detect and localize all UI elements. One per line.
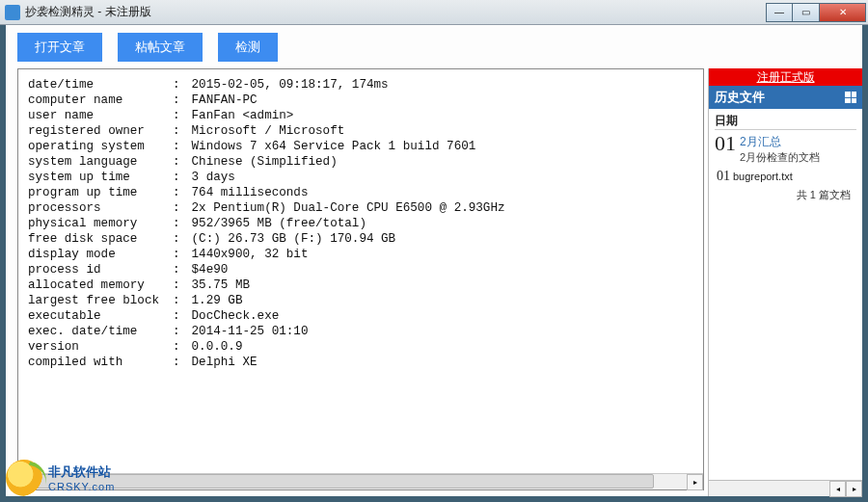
log-line: exec. date/time: 2014-11-25 01:10 [28,324,693,339]
log-line: processors: 2x Pentium(R) Dual-Core CPU … [28,200,693,216]
scroll-left-button[interactable]: ◂ [829,481,846,497]
client-area: 打开文章 粘帖文章 检测 date/time: 2015-02-05, 09:1… [0,25,868,502]
main: date/time: 2015-02-05, 09:18:17, 174msco… [6,68,862,496]
history-header: 历史文件 [709,86,862,109]
history-footer: ◂ ▸ [709,480,862,496]
open-article-button[interactable]: 打开文章 [17,33,102,62]
horizontal-scrollbar[interactable]: ◂ ▸ [18,473,703,489]
scroll-left-button[interactable]: ◂ [18,474,35,490]
log-line: physical memory: 952/3965 MB (free/total… [28,216,693,231]
log-line: compiled with: Delphi XE [28,355,693,370]
log-textarea[interactable]: date/time: 2015-02-05, 09:18:17, 174msco… [17,68,704,490]
log-line: display mode: 1440x900, 32 bit [28,247,693,262]
scroll-right-button[interactable]: ▸ [846,481,862,497]
window-buttons: — ▭ ✕ [766,3,866,22]
log-line: process id: $4e90 [28,262,693,277]
history-file[interactable]: 01bugreport.txt [717,169,856,184]
paste-article-button[interactable]: 粘帖文章 [118,33,203,62]
log-line: version: 0.0.0.9 [28,339,693,355]
grid-icon[interactable] [845,92,856,103]
date-header: 日期 [715,113,856,130]
file-name: bugreport.txt [733,171,793,182]
log-line: executable: DocCheck.exe [28,308,693,324]
check-button[interactable]: 检测 [218,33,278,62]
history-body: 日期 01 2月汇总 2月份检查的文档 01bugreport.txt 共 1 … [709,109,862,480]
close-button[interactable]: ✕ [820,3,866,22]
log-line: system language: Chinese (Simplified) [28,154,693,170]
log-line: user name: FanFan <admin> [28,108,693,123]
scroll-right-button[interactable]: ▸ [687,474,703,490]
scroll-thumb[interactable] [35,474,654,489]
entry-daynum: 01 [715,134,736,153]
entry-title: 2月汇总 [740,134,820,150]
minimize-button[interactable]: — [766,3,793,22]
left-pane: date/time: 2015-02-05, 09:18:17, 174msco… [6,68,708,496]
scroll-track[interactable] [35,474,687,490]
toolbar: 打开文章 粘帖文章 检测 [6,25,862,68]
history-count: 共 1 篇文档 [715,188,851,202]
entry-subtitle: 2月份检查的文档 [740,150,820,165]
register-banner[interactable]: 注册正式版 [709,68,862,86]
history-entry[interactable]: 01 2月汇总 2月份检查的文档 [715,134,856,165]
app-icon [5,5,20,20]
file-num: 01 [717,169,730,183]
history-title: 历史文件 [715,89,765,106]
titlebar: 抄袭检测精灵 - 未注册版 — ▭ ✕ [0,0,868,25]
window-title: 抄袭检测精灵 - 未注册版 [25,4,766,20]
log-line: registered owner: Microsoft / Microsoft [28,123,693,139]
log-line: largest free block: 1.29 GB [28,293,693,308]
log-line: free disk space: (C:) 26.73 GB (F:) 170.… [28,231,693,247]
log-line: program up time: 764 milliseconds [28,185,693,200]
log-line: computer name: FANFAN-PC [28,92,693,108]
log-line: date/time: 2015-02-05, 09:18:17, 174ms [28,77,693,92]
log-line: operating system: Windows 7 x64 Service … [28,139,693,154]
log-line: system up time: 3 days [28,170,693,185]
log-line: allocated memory: 35.75 MB [28,277,693,293]
sidebar: 注册正式版 历史文件 日期 01 2月汇总 2月份检查的文档 01bugrepo… [708,68,862,496]
maximize-button[interactable]: ▭ [793,3,820,22]
